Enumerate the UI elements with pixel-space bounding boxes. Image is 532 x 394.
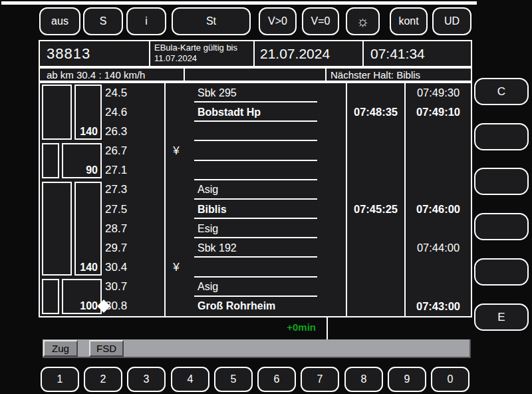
signal-symbol: ¥: [166, 258, 186, 278]
name: Asig: [198, 180, 344, 200]
card-validity-date: 11.07.2024: [154, 53, 253, 64]
speed-value: 100: [80, 300, 98, 312]
sun-icon[interactable]: ☼: [346, 7, 380, 35]
page-left-button[interactable]: [474, 123, 529, 150]
ud-button[interactable]: UD: [432, 7, 471, 35]
number-key-3[interactable]: 3: [127, 367, 166, 392]
name: Asig: [198, 278, 344, 297]
speed-value: 90: [86, 164, 98, 176]
timetable-row: 27.5Biblis07:45:2507:46:00: [40, 200, 471, 219]
e-button[interactable]: E: [474, 303, 529, 331]
arrival-time: 07:45:25: [347, 200, 404, 219]
card-validity-label: EBula-Karte gültig bis: [154, 43, 253, 53]
kont-button[interactable]: kont: [390, 7, 428, 35]
speed-band-box: 140: [74, 182, 102, 276]
departure-time: 07:49:10: [406, 102, 471, 122]
km: 27.3: [105, 180, 162, 200]
number-key-5[interactable]: 5: [214, 367, 253, 392]
timetable-row: 30.7Asig: [40, 278, 471, 297]
speed-band-box: [42, 85, 72, 140]
speed-note: ab km 30.4 : 140 km/h: [40, 69, 184, 81]
speed-band-box: 140: [74, 85, 102, 140]
current-time: 07:41:34: [362, 41, 471, 66]
s-button[interactable]: S: [83, 7, 123, 35]
number-key-7[interactable]: 7: [301, 367, 339, 392]
speed-band-box: 100: [62, 279, 102, 315]
number-key-9[interactable]: 9: [388, 367, 426, 392]
timetable-row: 24.5Sbk 29507:49:30: [40, 83, 471, 102]
departure-time: 07:46:00: [406, 200, 471, 219]
tab-bar: ZugFSD: [43, 339, 471, 358]
info-bar: ab km 30.4 : 140 km/h Nächster Halt: Bib…: [39, 67, 472, 82]
top-divider-line: [1, 1, 477, 5]
number-key-0[interactable]: 0: [431, 367, 469, 392]
train-number: 38813: [40, 41, 149, 66]
scroll-up-button[interactable]: [474, 213, 529, 240]
timetable-row: 29.7Sbk 19207:44:00: [40, 238, 471, 258]
number-key-6[interactable]: 6: [257, 367, 296, 392]
zug-tab-button[interactable]: Zug: [43, 340, 78, 357]
speed-band-box: [42, 143, 59, 179]
info-button[interactable]: i: [126, 7, 166, 35]
speed-value: 140: [80, 126, 98, 138]
speed-band-box: [42, 279, 59, 315]
departure-time: 07:49:30: [406, 83, 471, 102]
fsd-tab-button[interactable]: FSD: [89, 340, 124, 357]
km: 24.5: [105, 83, 162, 102]
aus-button[interactable]: aus: [39, 7, 80, 35]
timetable: 24.5Sbk 29507:49:3024.6Bobstadt Hp07:48:…: [39, 82, 472, 317]
name: Esig: [198, 219, 344, 238]
km: 30.7: [105, 278, 162, 297]
current-date: 21.07.2024: [253, 41, 362, 66]
speed-value: 140: [80, 262, 98, 274]
number-key-8[interactable]: 8: [344, 367, 383, 392]
ebula-display: ausSiStV>0V=0☼kontUD 38813 EBula-Karte g…: [0, 0, 532, 394]
timetable-row: 27.1: [40, 161, 471, 180]
timetable-row: 26.7¥: [40, 142, 471, 161]
speed-band-box: 90: [62, 143, 102, 179]
timetable-row: 27.3Asig: [40, 180, 471, 200]
card-validity: EBula-Karte gültig bis 11.07.2024: [149, 41, 253, 66]
name: Biblis: [198, 200, 344, 219]
delay-strip: +0min: [39, 317, 472, 339]
v-equals-0-button[interactable]: V=0: [302, 7, 339, 35]
departure-time: 07:43:00: [406, 297, 471, 316]
timetable-row: 26.3: [40, 122, 471, 141]
number-key-4[interactable]: 4: [171, 367, 209, 392]
name: Bobstadt Hp: [198, 102, 344, 122]
delay-strip-divider: [327, 317, 328, 339]
info-bar-spacer: [184, 69, 325, 81]
km: 26.3: [105, 122, 162, 141]
page-right-button[interactable]: [474, 168, 529, 195]
km: 24.6: [105, 102, 162, 122]
departure-time: 07:44:00: [406, 238, 471, 258]
number-key-2[interactable]: 2: [84, 367, 122, 392]
name: Sbk 295: [198, 83, 344, 102]
delay-indicator: +0min: [238, 321, 316, 333]
km: 27.5: [105, 200, 162, 219]
arrival-time: 07:48:35: [347, 102, 404, 122]
st-button[interactable]: St: [172, 7, 251, 35]
timetable-row: 30.4¥: [40, 258, 471, 278]
name: Groß Rohrheim: [198, 297, 344, 316]
km: 30.8: [105, 297, 162, 316]
timetable-row: 24.6Bobstadt Hp07:48:3507:49:10: [40, 102, 471, 122]
number-key-1[interactable]: 1: [41, 367, 79, 392]
speed-band-box: [42, 182, 72, 276]
scroll-down-button[interactable]: [474, 258, 529, 286]
timetable-row: 28.7Esig: [40, 219, 471, 238]
next-stop: Nächster Halt: Biblis: [325, 69, 471, 81]
km: 29.7: [105, 238, 162, 258]
v-greater-0-button[interactable]: V>0: [259, 7, 297, 35]
signal-symbol: ¥: [166, 142, 186, 161]
name: Sbk 192: [198, 238, 344, 258]
header-bar: 38813 EBula-Karte gültig bis 11.07.2024 …: [39, 40, 472, 67]
km: 30.4: [105, 258, 162, 278]
km: 26.7: [105, 142, 162, 161]
km: 27.1: [105, 161, 162, 180]
c-button[interactable]: C: [474, 78, 529, 105]
km: 28.7: [105, 219, 162, 238]
